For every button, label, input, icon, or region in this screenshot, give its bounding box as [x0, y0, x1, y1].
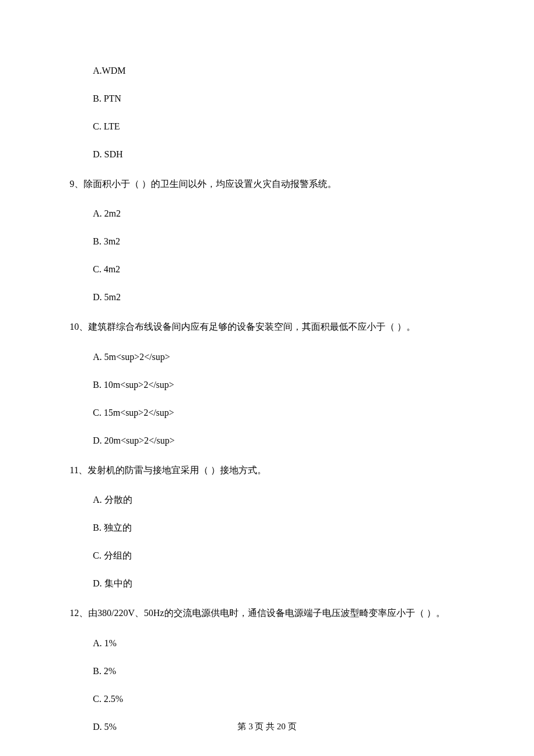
q10-text: 10、建筑群综合布线设备间内应有足够的设备安装空间，其面积最低不应小于（ ）。 [70, 318, 464, 336]
q11-text: 11、发射机的防雷与接地宜采用（ ）接地方式。 [70, 462, 464, 479]
q12-option-a: A. 1% [93, 636, 464, 650]
q11-option-d: D. 集中的 [93, 577, 464, 591]
q8-option-b: B. PTN [93, 92, 464, 106]
exam-page: A.WDM B. PTN C. LTE D. SDH 9、除面积小于（ ）的卫生… [0, 0, 534, 756]
q11-option-c: C. 分组的 [93, 549, 464, 563]
q8-option-c: C. LTE [93, 120, 464, 134]
q9-options: A. 2m2 B. 3m2 C. 4m2 D. 5m2 [93, 207, 464, 304]
q11-options: A. 分散的 B. 独立的 C. 分组的 D. 集中的 [93, 493, 464, 591]
q11-option-a: A. 分散的 [93, 493, 464, 507]
q12-option-b: B. 2% [93, 664, 464, 678]
q11-option-b: B. 独立的 [93, 521, 464, 535]
q8-option-d: D. SDH [93, 147, 464, 161]
q9-option-a: A. 2m2 [93, 207, 464, 221]
page-footer: 第 3 页 共 20 页 [0, 720, 534, 733]
q10-option-c: C. 15m<sup>2</sup> [93, 406, 464, 420]
q9-option-d: D. 5m2 [93, 290, 464, 304]
q8-options: A.WDM B. PTN C. LTE D. SDH [93, 64, 464, 161]
q10-options: A. 5m<sup>2</sup> B. 10m<sup>2</sup> C. … [93, 350, 464, 448]
q12-text: 12、由380/220V、50Hz的交流电源供电时，通信设备电源端子电压波型畸变… [70, 604, 464, 622]
q9-option-c: C. 4m2 [93, 262, 464, 276]
q10-option-b: B. 10m<sup>2</sup> [93, 378, 464, 392]
q9-option-b: B. 3m2 [93, 235, 464, 249]
q12-option-c: C. 2.5% [93, 692, 464, 706]
q9-text: 9、除面积小于（ ）的卫生间以外，均应设置火灾自动报警系统。 [70, 175, 464, 193]
q10-option-d: D. 20m<sup>2</sup> [93, 434, 464, 448]
q8-option-a: A.WDM [93, 64, 464, 78]
q12-options: A. 1% B. 2% C. 2.5% D. 5% [93, 636, 464, 734]
q10-option-a: A. 5m<sup>2</sup> [93, 350, 464, 364]
